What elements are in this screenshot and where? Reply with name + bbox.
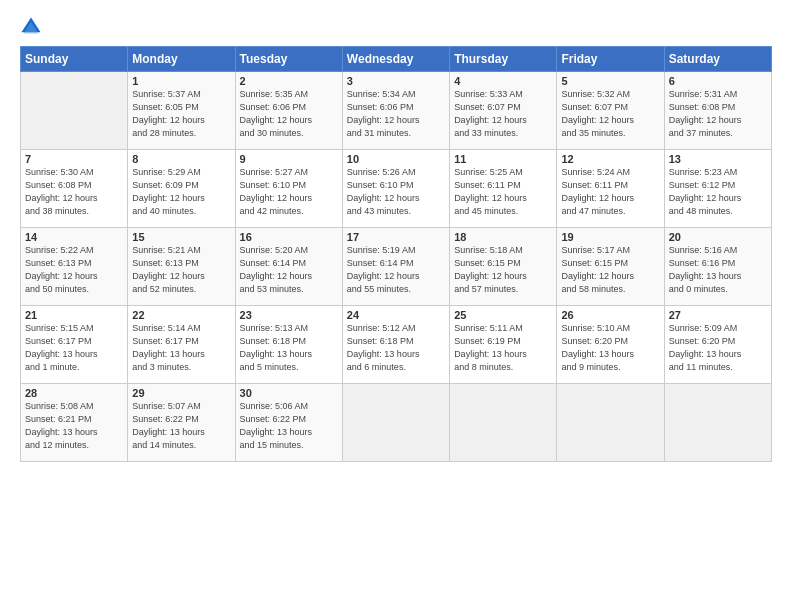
calendar-cell: 25Sunrise: 5:11 AM Sunset: 6:19 PM Dayli… [450,306,557,384]
day-number: 5 [561,75,659,87]
calendar-cell: 5Sunrise: 5:32 AM Sunset: 6:07 PM Daylig… [557,72,664,150]
calendar-cell [557,384,664,462]
cell-info: Sunrise: 5:21 AM Sunset: 6:13 PM Dayligh… [132,244,230,296]
calendar-week: 28Sunrise: 5:08 AM Sunset: 6:21 PM Dayli… [21,384,772,462]
calendar-cell: 9Sunrise: 5:27 AM Sunset: 6:10 PM Daylig… [235,150,342,228]
cell-info: Sunrise: 5:20 AM Sunset: 6:14 PM Dayligh… [240,244,338,296]
header-day: Friday [557,47,664,72]
calendar-cell: 11Sunrise: 5:25 AM Sunset: 6:11 PM Dayli… [450,150,557,228]
calendar-cell: 20Sunrise: 5:16 AM Sunset: 6:16 PM Dayli… [664,228,771,306]
day-number: 23 [240,309,338,321]
calendar-cell: 12Sunrise: 5:24 AM Sunset: 6:11 PM Dayli… [557,150,664,228]
cell-info: Sunrise: 5:33 AM Sunset: 6:07 PM Dayligh… [454,88,552,140]
cell-info: Sunrise: 5:08 AM Sunset: 6:21 PM Dayligh… [25,400,123,452]
day-number: 17 [347,231,445,243]
header-day: Sunday [21,47,128,72]
day-number: 6 [669,75,767,87]
cell-info: Sunrise: 5:27 AM Sunset: 6:10 PM Dayligh… [240,166,338,218]
day-number: 12 [561,153,659,165]
cell-info: Sunrise: 5:12 AM Sunset: 6:18 PM Dayligh… [347,322,445,374]
calendar-cell: 3Sunrise: 5:34 AM Sunset: 6:06 PM Daylig… [342,72,449,150]
calendar-cell: 21Sunrise: 5:15 AM Sunset: 6:17 PM Dayli… [21,306,128,384]
header-day: Monday [128,47,235,72]
calendar-cell [450,384,557,462]
calendar-cell: 29Sunrise: 5:07 AM Sunset: 6:22 PM Dayli… [128,384,235,462]
header-day: Tuesday [235,47,342,72]
calendar-week: 1Sunrise: 5:37 AM Sunset: 6:05 PM Daylig… [21,72,772,150]
cell-info: Sunrise: 5:09 AM Sunset: 6:20 PM Dayligh… [669,322,767,374]
day-number: 16 [240,231,338,243]
calendar-cell: 10Sunrise: 5:26 AM Sunset: 6:10 PM Dayli… [342,150,449,228]
cell-info: Sunrise: 5:30 AM Sunset: 6:08 PM Dayligh… [25,166,123,218]
day-number: 2 [240,75,338,87]
calendar-week: 14Sunrise: 5:22 AM Sunset: 6:13 PM Dayli… [21,228,772,306]
calendar-cell: 13Sunrise: 5:23 AM Sunset: 6:12 PM Dayli… [664,150,771,228]
calendar-cell [21,72,128,150]
calendar-cell: 24Sunrise: 5:12 AM Sunset: 6:18 PM Dayli… [342,306,449,384]
day-number: 24 [347,309,445,321]
cell-info: Sunrise: 5:34 AM Sunset: 6:06 PM Dayligh… [347,88,445,140]
calendar-cell: 6Sunrise: 5:31 AM Sunset: 6:08 PM Daylig… [664,72,771,150]
cell-info: Sunrise: 5:11 AM Sunset: 6:19 PM Dayligh… [454,322,552,374]
calendar-cell: 16Sunrise: 5:20 AM Sunset: 6:14 PM Dayli… [235,228,342,306]
day-number: 20 [669,231,767,243]
calendar-cell: 30Sunrise: 5:06 AM Sunset: 6:22 PM Dayli… [235,384,342,462]
cell-info: Sunrise: 5:10 AM Sunset: 6:20 PM Dayligh… [561,322,659,374]
day-number: 19 [561,231,659,243]
calendar-cell [342,384,449,462]
cell-info: Sunrise: 5:23 AM Sunset: 6:12 PM Dayligh… [669,166,767,218]
day-number: 7 [25,153,123,165]
cell-info: Sunrise: 5:19 AM Sunset: 6:14 PM Dayligh… [347,244,445,296]
calendar-cell: 28Sunrise: 5:08 AM Sunset: 6:21 PM Dayli… [21,384,128,462]
day-number: 26 [561,309,659,321]
cell-info: Sunrise: 5:07 AM Sunset: 6:22 PM Dayligh… [132,400,230,452]
day-number: 13 [669,153,767,165]
day-number: 22 [132,309,230,321]
calendar-cell: 19Sunrise: 5:17 AM Sunset: 6:15 PM Dayli… [557,228,664,306]
logo [20,16,46,38]
cell-info: Sunrise: 5:17 AM Sunset: 6:15 PM Dayligh… [561,244,659,296]
calendar-cell: 26Sunrise: 5:10 AM Sunset: 6:20 PM Dayli… [557,306,664,384]
cell-info: Sunrise: 5:29 AM Sunset: 6:09 PM Dayligh… [132,166,230,218]
day-number: 4 [454,75,552,87]
day-number: 21 [25,309,123,321]
calendar-cell: 17Sunrise: 5:19 AM Sunset: 6:14 PM Dayli… [342,228,449,306]
calendar-cell [664,384,771,462]
cell-info: Sunrise: 5:22 AM Sunset: 6:13 PM Dayligh… [25,244,123,296]
day-number: 27 [669,309,767,321]
day-number: 14 [25,231,123,243]
day-number: 28 [25,387,123,399]
calendar-cell: 1Sunrise: 5:37 AM Sunset: 6:05 PM Daylig… [128,72,235,150]
day-number: 29 [132,387,230,399]
day-number: 1 [132,75,230,87]
day-number: 8 [132,153,230,165]
cell-info: Sunrise: 5:26 AM Sunset: 6:10 PM Dayligh… [347,166,445,218]
cell-info: Sunrise: 5:16 AM Sunset: 6:16 PM Dayligh… [669,244,767,296]
calendar-table: SundayMondayTuesdayWednesdayThursdayFrid… [20,46,772,462]
logo-icon [20,16,42,38]
cell-info: Sunrise: 5:14 AM Sunset: 6:17 PM Dayligh… [132,322,230,374]
calendar-week: 21Sunrise: 5:15 AM Sunset: 6:17 PM Dayli… [21,306,772,384]
header-day: Wednesday [342,47,449,72]
calendar-cell: 14Sunrise: 5:22 AM Sunset: 6:13 PM Dayli… [21,228,128,306]
cell-info: Sunrise: 5:31 AM Sunset: 6:08 PM Dayligh… [669,88,767,140]
calendar-cell: 27Sunrise: 5:09 AM Sunset: 6:20 PM Dayli… [664,306,771,384]
cell-info: Sunrise: 5:18 AM Sunset: 6:15 PM Dayligh… [454,244,552,296]
header-day: Thursday [450,47,557,72]
cell-info: Sunrise: 5:24 AM Sunset: 6:11 PM Dayligh… [561,166,659,218]
calendar-cell: 4Sunrise: 5:33 AM Sunset: 6:07 PM Daylig… [450,72,557,150]
cell-info: Sunrise: 5:15 AM Sunset: 6:17 PM Dayligh… [25,322,123,374]
day-number: 30 [240,387,338,399]
day-number: 3 [347,75,445,87]
calendar-cell: 22Sunrise: 5:14 AM Sunset: 6:17 PM Dayli… [128,306,235,384]
day-number: 18 [454,231,552,243]
calendar-cell: 23Sunrise: 5:13 AM Sunset: 6:18 PM Dayli… [235,306,342,384]
day-number: 11 [454,153,552,165]
calendar-cell: 15Sunrise: 5:21 AM Sunset: 6:13 PM Dayli… [128,228,235,306]
day-number: 10 [347,153,445,165]
calendar-week: 7Sunrise: 5:30 AM Sunset: 6:08 PM Daylig… [21,150,772,228]
calendar-cell: 7Sunrise: 5:30 AM Sunset: 6:08 PM Daylig… [21,150,128,228]
calendar-cell: 18Sunrise: 5:18 AM Sunset: 6:15 PM Dayli… [450,228,557,306]
header-day: Saturday [664,47,771,72]
day-number: 25 [454,309,552,321]
